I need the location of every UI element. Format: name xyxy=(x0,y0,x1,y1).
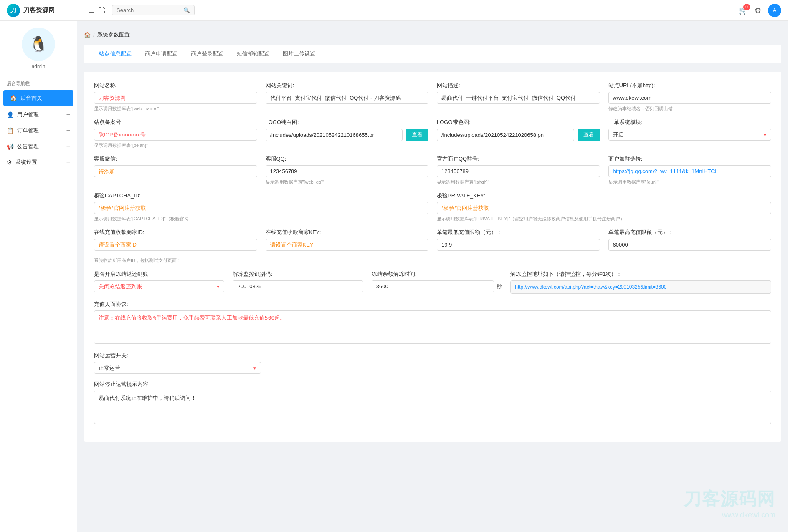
main-content: 🏠 / 系统参数配置 站点信息配置 商户申请配置 商户登录配置 短信邮箱配置 图… xyxy=(77,21,788,532)
site-name-label: 网站名称 xyxy=(94,82,257,89)
sidebar-item-notice[interactable]: 📢 公告管理 + xyxy=(0,139,77,154)
menu-icon[interactable]: ☰ xyxy=(89,6,94,14)
tab-sms-email[interactable]: 短信邮箱配置 xyxy=(230,45,276,63)
sidebar-item-users[interactable]: 👤 用户管理 + xyxy=(0,107,77,123)
official-qq-hint: 显示调用数据库表"[shqh]" xyxy=(437,179,600,185)
sidebar-logo: 🐧 xyxy=(22,28,55,61)
settings-btn[interactable]: ⚙ xyxy=(755,6,761,15)
sidebar-item-settings[interactable]: ⚙ 系统设置 + xyxy=(0,154,77,170)
user-avatar[interactable]: A xyxy=(768,4,781,17)
max-recharge-input[interactable] xyxy=(608,239,772,251)
sidebar-item-dashboard[interactable]: 🏠 后台首页 xyxy=(3,90,73,106)
online-merchant-key-input[interactable] xyxy=(266,239,429,251)
site-url-group: 站点URL(不加http): 修改为本站域名，否则回调出错 xyxy=(608,82,772,112)
sidebar-item-orders[interactable]: 📋 订单管理 + xyxy=(0,123,77,139)
tab-merchant-login[interactable]: 商户登录配置 xyxy=(184,45,230,63)
kefu-qq-group: 客服QQ: 显示调用数据库表"[web_qq]" xyxy=(266,155,429,185)
logo-area: 刀 刀客资源网 xyxy=(7,4,82,17)
logo-white-view-btn[interactable]: 查看 xyxy=(406,129,428,141)
official-qq-label: 官方商户QQ群号: xyxy=(437,155,600,163)
tab-image-upload[interactable]: 图片上传设置 xyxy=(276,45,322,63)
notice-icon: 📢 xyxy=(7,143,14,150)
captcha-id-hint: 显示调用数据库表"[CAPTCHA_ID]"（极验官网） xyxy=(94,216,428,222)
sidebar-logo-emoji: 🐧 xyxy=(29,35,48,53)
tabs-bar: 站点信息配置 商户申请配置 商户登录配置 短信邮箱配置 图片上传设置 xyxy=(84,45,781,63)
users-icon: 👤 xyxy=(7,111,14,118)
site-name-input[interactable] xyxy=(94,92,257,104)
logo-color-input[interactable] xyxy=(437,129,574,141)
fullscreen-icon[interactable]: ⛶ xyxy=(99,7,105,14)
orders-add-icon[interactable]: + xyxy=(66,127,70,134)
settings-add-icon[interactable]: + xyxy=(66,159,70,166)
unfreeze-select[interactable]: 关闭冻结返还到账 开启冻结返还到账 xyxy=(94,280,224,292)
search-icon[interactable]: 🔍 xyxy=(183,7,190,13)
logo-white-input[interactable] xyxy=(266,129,403,141)
kefu-qq-input[interactable] xyxy=(266,165,429,177)
unfreeze-enabled-group: 是否开启冻结返还到账: 关闭冻结返还到账 开启冻结返还到账 xyxy=(94,270,224,294)
icp-input[interactable] xyxy=(94,129,257,141)
site-desc-input[interactable] xyxy=(437,92,600,104)
orders-icon: 📋 xyxy=(7,127,14,134)
logo-color-group: LOGO带色图: 查看 xyxy=(437,119,600,149)
site-status-label: 网站运营开关: xyxy=(94,352,771,359)
min-recharge-input[interactable] xyxy=(437,239,600,251)
stop-notice-textarea[interactable] xyxy=(94,391,771,424)
site-status-select[interactable]: 正常运营 停止运营 xyxy=(94,362,261,374)
site-url-hint: 修改为本站域名，否则回调出错 xyxy=(608,106,772,112)
online-merchant-id-group: 在线充值收款商家ID: xyxy=(94,229,257,251)
site-keywords-label: 网站关键词: xyxy=(266,82,429,89)
work-system-select[interactable]: 开启 关闭 xyxy=(608,129,772,141)
settings-icon: ⚙ xyxy=(7,159,12,166)
header-right: 🛒 0 ⚙ A xyxy=(739,4,781,17)
official-qq-group: 官方商户QQ群号: 显示调用数据库表"[shqh]" xyxy=(437,155,600,185)
notification-btn[interactable]: 🛒 0 xyxy=(739,6,748,15)
unfreeze-time-input[interactable] xyxy=(372,280,494,292)
sidebar-item-users-label: 用户管理 xyxy=(17,111,66,119)
form-card: 网站名称 显示调用数据库表"[web_name]" 网站关键词: 网站描述: 站… xyxy=(84,72,781,442)
form-row-1: 网站名称 显示调用数据库表"[web_name]" 网站关键词: 网站描述: 站… xyxy=(94,82,771,112)
icp-group: 站点备案号: 显示调用数据库表"[beian]" xyxy=(94,119,257,149)
icp-label: 站点备案号: xyxy=(94,119,257,126)
online-merchant-key-group: 在线充值收款商家KEY: xyxy=(266,229,429,251)
max-recharge-group: 单笔最高充值限额（元）： xyxy=(608,229,772,251)
form-row-2: 站点备案号: 显示调用数据库表"[beian]" LOGO纯白图: 查看 LOG… xyxy=(94,119,771,149)
kefu-qq-hint: 显示调用数据库表"[web_qq]" xyxy=(266,179,429,185)
kefu-weixin-group: 客服微信: xyxy=(94,155,257,185)
online-merchant-id-input[interactable] xyxy=(94,239,257,251)
unfreeze-time-input-group: 秒 xyxy=(372,280,502,292)
row5-hint: 系统收款所用商户ID，包括测试支付页面！ xyxy=(94,257,771,264)
site-logo-icon: 刀 xyxy=(7,4,20,17)
site-keywords-input[interactable] xyxy=(266,92,429,104)
search-box: 🔍 xyxy=(112,5,195,15)
logo-color-view-btn[interactable]: 查看 xyxy=(578,129,600,141)
merchant-group-input[interactable] xyxy=(608,165,772,177)
search-input[interactable] xyxy=(117,7,183,13)
unfreeze-time-unit: 秒 xyxy=(497,283,502,290)
unfreeze-time-group: 冻结余额解冻时间: 秒 xyxy=(372,270,502,294)
top-header: 刀 刀客资源网 ☰ ⛶ 🔍 🛒 0 ⚙ A xyxy=(0,0,788,21)
captcha-code-input[interactable] xyxy=(233,280,363,292)
form-row-6: 是否开启冻结返还到账: 关闭冻结返还到账 开启冻结返还到账 解冻监控识别码: 冻… xyxy=(94,270,771,294)
captcha-id-input[interactable] xyxy=(94,202,428,214)
protocol-textarea[interactable] xyxy=(94,310,771,344)
notice-add-icon[interactable]: + xyxy=(66,143,70,150)
breadcrumb-current: 系统参数配置 xyxy=(97,31,130,38)
tab-merchant-apply[interactable]: 商户申请配置 xyxy=(138,45,184,63)
tab-site-info[interactable]: 站点信息配置 xyxy=(92,45,138,63)
protocol-group: 充值页面协议: xyxy=(94,300,771,345)
site-name-hint: 显示调用数据库表"[web_name]" xyxy=(94,106,257,112)
home-icon[interactable]: 🏠 xyxy=(84,32,91,38)
site-url-label: 站点URL(不加http): xyxy=(608,82,772,89)
site-url-input[interactable] xyxy=(608,92,772,104)
site-keywords-group: 网站关键词: xyxy=(266,82,429,112)
kefu-weixin-input[interactable] xyxy=(94,165,257,177)
sidebar-nav-title: 后台导航栏 xyxy=(0,76,77,89)
monitoring-url-group: 解冻监控地址如下（请挂监控，每分钟1次）： http://www.dkewl.c… xyxy=(510,270,771,294)
online-merchant-id-label: 在线充值收款商家ID: xyxy=(94,229,257,236)
captcha-key-input[interactable] xyxy=(437,202,771,214)
form-row-3: 客服微信: 客服QQ: 显示调用数据库表"[web_qq]" 官方商户QQ群号:… xyxy=(94,155,771,185)
online-merchant-key-label: 在线充值收款商家KEY: xyxy=(266,229,429,236)
notification-badge: 0 xyxy=(743,4,750,10)
official-qq-input[interactable] xyxy=(437,165,600,177)
users-add-icon[interactable]: + xyxy=(66,111,70,119)
